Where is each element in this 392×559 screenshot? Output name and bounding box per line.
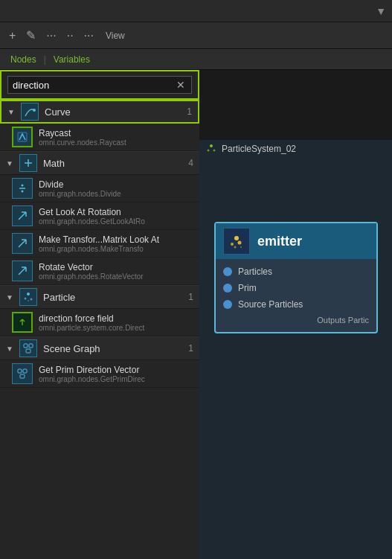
emitter-header: emitter bbox=[216, 223, 376, 259]
svg-point-17 bbox=[234, 236, 239, 240]
emitter-body: Particles Prim Source Particles Outputs … bbox=[216, 259, 376, 332]
source-particles-port-label: Source Particles bbox=[238, 299, 303, 310]
particle-section-count: 1 bbox=[188, 292, 193, 302]
right-panel: ParticleSystem_02 emitter bbox=[199, 140, 392, 559]
svg-point-2 bbox=[22, 185, 24, 187]
list-item[interactable]: Rotate Vector omni.graph.nodes.RotateVec… bbox=[0, 258, 199, 285]
svg-point-4 bbox=[27, 293, 30, 296]
tab-variables[interactable]: Variables bbox=[49, 51, 94, 68]
add-button[interactable]: + bbox=[6, 28, 19, 44]
toolbar: + ✎ ··· ·· ··· View bbox=[0, 22, 392, 49]
get-look-at-name: Get Look At Rotation bbox=[39, 207, 193, 217]
more1-button[interactable]: ··· bbox=[43, 28, 59, 44]
svg-point-19 bbox=[238, 241, 242, 245]
svg-point-5 bbox=[25, 298, 27, 300]
particles-port-dot bbox=[223, 267, 232, 276]
emitter-node: emitter Particles Prim Source Particles … bbox=[214, 222, 378, 333]
raycast-icon bbox=[12, 127, 33, 147]
more2-button[interactable]: ·· bbox=[64, 28, 77, 44]
direction-force-class: omni.particle.system.core.Direct bbox=[39, 324, 180, 332]
list-item[interactable]: direction force field omni.particle.syst… bbox=[0, 309, 199, 336]
search-container: ✕ bbox=[0, 70, 199, 100]
svg-rect-11 bbox=[18, 369, 22, 373]
scene-graph-arrow-icon: ▼ bbox=[6, 345, 15, 353]
particle-system-icon bbox=[205, 143, 217, 155]
list-item[interactable]: Get Prim Direction Vector omni.graph.nod… bbox=[0, 360, 199, 388]
source-particles-port-dot bbox=[223, 300, 232, 309]
curve-section-title: Curve bbox=[45, 106, 187, 118]
rotate-vector-class: omni.graph.nodes.RotateVector bbox=[39, 272, 180, 281]
edit-button[interactable]: ✎ bbox=[23, 27, 39, 44]
math-section-title: Math bbox=[43, 158, 188, 169]
particle-section-title: Particle bbox=[43, 292, 188, 303]
svg-point-15 bbox=[208, 150, 210, 152]
raycast-class: omni.curve.nodes.Raycast bbox=[39, 138, 180, 147]
scene-graph-section-title: Scene Graph bbox=[43, 343, 188, 354]
emitter-title: emitter bbox=[257, 234, 302, 249]
rotate-vector-icon bbox=[12, 261, 33, 281]
emitter-port: Prim bbox=[216, 280, 376, 296]
direction-force-icon bbox=[12, 312, 33, 333]
svg-point-0 bbox=[33, 109, 36, 112]
divide-icon bbox=[12, 178, 33, 199]
prim-port-dot bbox=[223, 284, 232, 293]
rotate-vector-name: Rotate Vector bbox=[39, 262, 193, 272]
list-item[interactable]: Raycast omni.curve.nodes.Raycast bbox=[0, 124, 199, 151]
emitter-port: Source Particles bbox=[216, 296, 376, 313]
scene-graph-section-count: 1 bbox=[188, 343, 193, 354]
search-input[interactable] bbox=[13, 80, 175, 91]
prim-port-label: Prim bbox=[238, 283, 257, 293]
list-item[interactable]: Make Transfor...Matrix Look At omni.grap… bbox=[0, 230, 199, 258]
svg-point-16 bbox=[213, 150, 216, 152]
section-scene-graph[interactable]: ▼ Scene Graph 1 bbox=[0, 336, 199, 360]
svg-point-7 bbox=[28, 300, 29, 301]
math-section-icon bbox=[19, 154, 37, 172]
svg-point-14 bbox=[210, 144, 213, 147]
search-box: ✕ bbox=[7, 76, 192, 94]
tab-nodes[interactable]: Nodes bbox=[6, 51, 41, 68]
svg-rect-9 bbox=[29, 344, 33, 348]
left-panel: ✕ ▼ Curve 1 bbox=[0, 70, 199, 559]
svg-point-3 bbox=[22, 191, 24, 193]
particle-arrow-icon: ▼ bbox=[6, 293, 15, 301]
particles-port-label: Particles bbox=[238, 266, 272, 277]
make-transform-name: Make Transfor...Matrix Look At bbox=[39, 234, 193, 245]
main-area: ✕ ▼ Curve 1 bbox=[0, 70, 392, 559]
svg-rect-10 bbox=[26, 349, 30, 353]
divide-class: omni.graph.nodes.Divide bbox=[39, 190, 180, 198]
particle-section-icon bbox=[19, 288, 37, 306]
emitter-particle-visual bbox=[223, 228, 250, 255]
top-bar: ▼ bbox=[0, 0, 392, 22]
svg-point-21 bbox=[240, 246, 242, 248]
section-curve[interactable]: ▼ Curve 1 bbox=[0, 100, 199, 124]
search-clear-button[interactable]: ✕ bbox=[175, 79, 187, 91]
get-prim-dir-class: omni.graph.nodes.GetPrimDirec bbox=[39, 375, 180, 383]
direction-force-name: direction force field bbox=[39, 313, 193, 324]
svg-rect-8 bbox=[24, 344, 28, 348]
view-button[interactable]: View bbox=[101, 29, 129, 42]
raycast-name: Raycast bbox=[39, 128, 193, 138]
section-math[interactable]: ▼ Math 4 bbox=[0, 151, 199, 175]
list-item[interactable]: Get Look At Rotation omni.graph.nodes.Ge… bbox=[0, 202, 199, 230]
node-header-bar: ParticleSystem_02 bbox=[199, 140, 392, 158]
section-particle[interactable]: ▼ Particle 1 bbox=[0, 285, 199, 309]
svg-rect-12 bbox=[23, 369, 27, 373]
curve-section-count: 1 bbox=[187, 106, 192, 117]
get-prim-dir-name: Get Prim Direction Vector bbox=[39, 365, 193, 375]
make-transform-icon bbox=[12, 233, 33, 254]
divide-name: Divide bbox=[39, 179, 193, 190]
list-item[interactable]: Divide omni.graph.nodes.Divide bbox=[0, 175, 199, 202]
more3-button[interactable]: ··· bbox=[81, 28, 97, 44]
emitter-port: Particles bbox=[216, 263, 376, 280]
scene-graph-section-icon bbox=[19, 339, 37, 357]
curve-section-icon bbox=[21, 103, 39, 121]
curve-arrow-icon: ▼ bbox=[7, 108, 16, 116]
math-section-count: 4 bbox=[188, 158, 193, 168]
get-look-at-class: omni.graph.nodes.GetLookAtRo bbox=[39, 217, 180, 226]
tabs-row: Nodes | Variables bbox=[0, 49, 392, 70]
emitter-output: Outputs Partic bbox=[216, 313, 376, 328]
filter-icon: ▼ bbox=[376, 5, 386, 17]
math-arrow-icon: ▼ bbox=[6, 159, 15, 167]
get-look-at-icon bbox=[12, 205, 33, 226]
svg-rect-13 bbox=[20, 374, 25, 378]
